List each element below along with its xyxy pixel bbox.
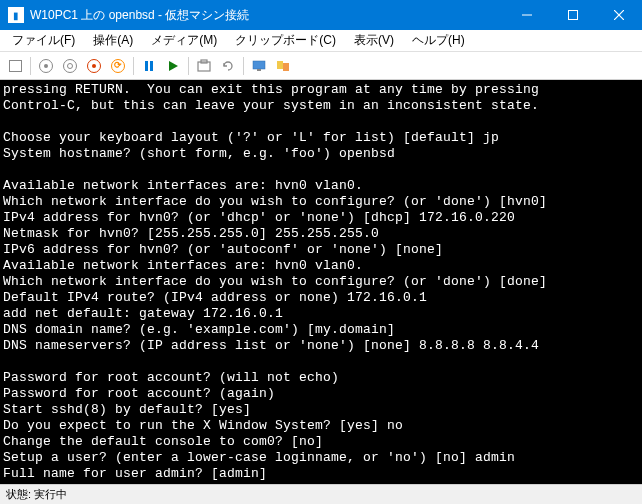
ctrl-alt-del-button[interactable] xyxy=(4,55,26,77)
menu-help[interactable]: ヘルプ(H) xyxy=(404,30,473,51)
svg-rect-7 xyxy=(257,69,261,71)
display-icon xyxy=(252,59,266,73)
revert-icon xyxy=(221,59,235,73)
svg-rect-9 xyxy=(283,63,289,71)
menu-action[interactable]: 操作(A) xyxy=(85,30,141,51)
svg-rect-6 xyxy=(253,61,265,69)
reset-button[interactable] xyxy=(162,55,184,77)
svg-rect-1 xyxy=(569,11,578,20)
share-icon xyxy=(276,59,290,73)
menu-file[interactable]: ファイル(F) xyxy=(4,30,83,51)
menu-clipboard[interactable]: クリップボード(C) xyxy=(227,30,344,51)
maximize-button[interactable] xyxy=(550,0,596,30)
enhanced-session-button[interactable] xyxy=(248,55,270,77)
save-button[interactable]: ⟳ xyxy=(107,55,129,77)
separator xyxy=(30,57,31,75)
separator xyxy=(243,57,244,75)
status-bar: 状態: 実行中 xyxy=(0,484,642,504)
share-button[interactable] xyxy=(272,55,294,77)
circle-icon xyxy=(63,59,77,73)
toolbar: ⟳ xyxy=(0,52,642,80)
reset-icon: ⟳ xyxy=(111,59,125,73)
power-icon xyxy=(87,59,101,73)
svg-rect-8 xyxy=(277,61,283,69)
window-title: W10PC1 上の openbsd - 仮想マシン接続 xyxy=(30,7,504,24)
checkpoint-button[interactable] xyxy=(193,55,215,77)
start-button[interactable] xyxy=(35,55,57,77)
keyboard-icon xyxy=(9,60,22,72)
status-label: 状態: 実行中 xyxy=(6,487,67,502)
window-controls xyxy=(504,0,642,30)
revert-button[interactable] xyxy=(217,55,239,77)
close-button[interactable] xyxy=(596,0,642,30)
menu-media[interactable]: メディア(M) xyxy=(143,30,225,51)
separator xyxy=(188,57,189,75)
turnoff-button[interactable] xyxy=(59,55,81,77)
titlebar: ▮ W10PC1 上の openbsd - 仮想マシン接続 xyxy=(0,0,642,30)
snapshot-icon xyxy=(197,59,211,73)
pause-button[interactable] xyxy=(138,55,160,77)
shutdown-button[interactable] xyxy=(83,55,105,77)
menubar: ファイル(F) 操作(A) メディア(M) クリップボード(C) 表示(V) ヘ… xyxy=(0,30,642,52)
play-icon xyxy=(169,61,178,71)
menu-view[interactable]: 表示(V) xyxy=(346,30,402,51)
pause-icon xyxy=(145,61,153,71)
circle-dot-icon xyxy=(39,59,53,73)
app-icon: ▮ xyxy=(8,7,24,23)
terminal-output[interactable]: pressing RETURN. You can exit this progr… xyxy=(0,80,642,484)
separator xyxy=(133,57,134,75)
minimize-button[interactable] xyxy=(504,0,550,30)
